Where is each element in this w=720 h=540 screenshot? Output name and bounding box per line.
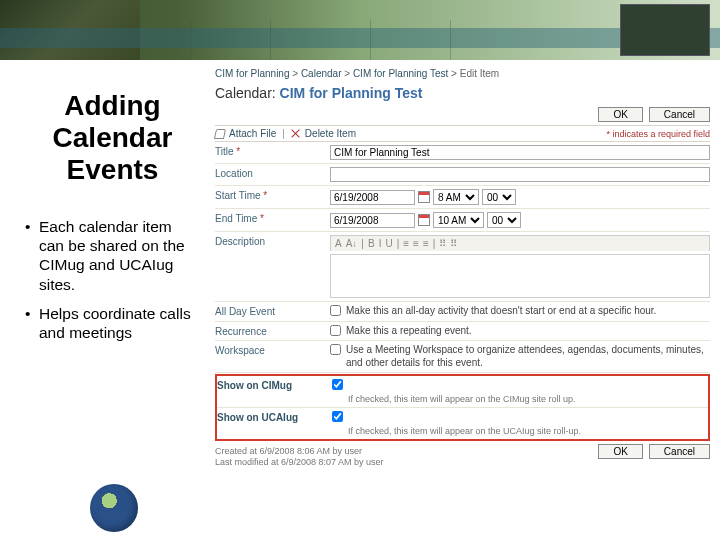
breadcrumb: CIM for Planning > Calendar > CIM for Pl… — [215, 68, 710, 79]
ok-button[interactable]: OK — [598, 107, 642, 122]
description-editor[interactable] — [330, 254, 710, 298]
start-hour-select[interactable]: 8 AM — [433, 189, 479, 205]
start-date-input[interactable] — [330, 190, 415, 205]
page-title-name: CIM for Planning Test — [280, 85, 423, 101]
banner-towers — [150, 0, 550, 60]
attach-icon — [214, 129, 226, 139]
end-hour-select[interactable]: 10 AM — [433, 212, 484, 228]
calendar-icon[interactable] — [418, 214, 430, 226]
location-input[interactable] — [330, 167, 710, 182]
label-title: Title — [215, 145, 330, 157]
cimug-checkbox[interactable] — [332, 379, 343, 390]
label-description: Description — [215, 235, 330, 247]
label-end-time: End Time — [215, 212, 330, 224]
breadcrumb-link[interactable]: CIM for Planning Test — [353, 68, 448, 79]
workspace-checkbox[interactable] — [330, 344, 341, 355]
breadcrumb-link[interactable]: CIM for Planning — [215, 68, 289, 79]
ucaiug-logo — [90, 484, 138, 532]
slide-bullet: Helps coordinate calls and meetings — [25, 304, 200, 343]
slide-text-column: Adding Calendar Events Each calendar ite… — [0, 60, 215, 540]
label-recurrence: Recurrence — [215, 325, 330, 337]
header-banner — [0, 0, 720, 60]
end-min-select[interactable]: 00 — [487, 212, 521, 228]
calendar-icon[interactable] — [418, 191, 430, 203]
allday-checkbox[interactable] — [330, 305, 341, 316]
sharepoint-form: CIM for Planning > Calendar > CIM for Pl… — [215, 60, 720, 540]
allday-desc: Make this an all-day activity that doesn… — [346, 305, 656, 318]
ucaiug-checkbox[interactable] — [332, 411, 343, 422]
label-allday: All Day Event — [215, 305, 330, 317]
breadcrumb-current: Edit Item — [460, 68, 499, 79]
title-input[interactable] — [330, 145, 710, 160]
label-start-time: Start Time — [215, 189, 330, 201]
created-line: Created at 6/9/2008 8:06 AM by user — [215, 446, 384, 457]
slide-title: Adding Calendar Events — [25, 90, 200, 187]
action-bar: Attach File | Delete Item * indicates a … — [215, 125, 710, 142]
recurrence-checkbox[interactable] — [330, 325, 341, 336]
start-min-select[interactable]: 00 — [482, 189, 516, 205]
attach-file-link[interactable]: Attach File — [229, 128, 276, 139]
rte-toolbar[interactable]: AA↓| BIU| ≡≡≡| ⠿⠿ — [330, 235, 710, 251]
modified-line: Last modified at 6/9/2008 8:07 AM by use… — [215, 457, 384, 468]
ucaiug-note: If checked, this item will appear on the… — [348, 426, 581, 436]
label-workspace: Workspace — [215, 344, 330, 356]
ok-button-bottom[interactable]: OK — [598, 444, 642, 459]
recurrence-desc: Make this a repeating event. — [346, 325, 472, 338]
banner-photo-monitors — [620, 4, 710, 56]
end-date-input[interactable] — [330, 213, 415, 228]
page-title-prefix: Calendar: — [215, 85, 276, 101]
cimug-note: If checked, this item will appear on the… — [348, 394, 576, 404]
page-title: Calendar: CIM for Planning Test — [215, 85, 710, 101]
required-field-note: * indicates a required field — [606, 129, 710, 139]
label-location: Location — [215, 167, 330, 179]
delete-icon — [291, 129, 301, 139]
label-show-cimug: Show on CIMug — [217, 379, 332, 391]
slide-bullet: Each calendar item can be shared on the … — [25, 217, 200, 295]
delete-item-link[interactable]: Delete Item — [305, 128, 356, 139]
rollup-highlight: Show on CIMug If checked, this item will… — [215, 374, 710, 441]
slide-bullets: Each calendar item can be shared on the … — [25, 217, 200, 343]
cancel-button[interactable]: Cancel — [649, 107, 710, 122]
workspace-desc: Use a Meeting Workspace to organize atte… — [346, 344, 710, 369]
label-show-ucaiug: Show on UCAIug — [217, 411, 332, 423]
cancel-button-bottom[interactable]: Cancel — [649, 444, 710, 459]
audit-meta: Created at 6/9/2008 8:06 AM by user Last… — [215, 446, 384, 469]
breadcrumb-link[interactable]: Calendar — [301, 68, 342, 79]
